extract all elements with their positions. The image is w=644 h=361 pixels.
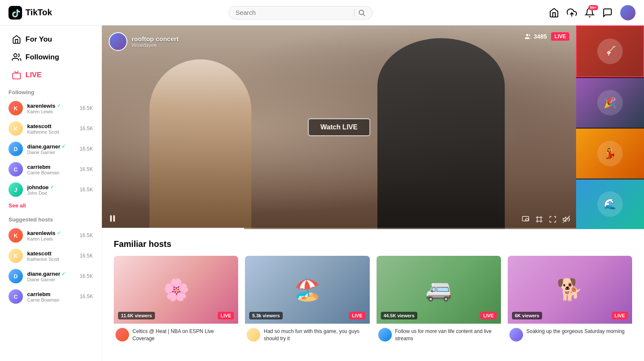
following-user-3[interactable]: C carriebm Carrie Bowman 16.5K [0, 159, 101, 179]
person-right-silhouette [377, 38, 505, 229]
familiar-hosts-section: Familiar hosts 🌸 11.6K viewers LIVE Celt… [102, 229, 644, 354]
suggested-avatar-3: C [8, 289, 23, 304]
thumbnail-0[interactable]: 🎸 [576, 25, 644, 77]
suggested-name-2: Diane Garner [27, 277, 65, 282]
home-icon [549, 8, 559, 18]
upload-icon-btn[interactable] [567, 8, 577, 18]
host-card-2[interactable]: 🚐 44.5K viewers LIVE Follow us for more … [377, 256, 501, 344]
viewers-icon [525, 33, 532, 40]
thumbnail-3[interactable]: 🌊 [576, 179, 644, 229]
sidebar-item-live[interactable]: LIVE [3, 66, 98, 84]
live-host-avatar [109, 32, 127, 51]
familiar-hosts-title: Familiar hosts [114, 239, 632, 249]
user-name-3: Carrie Bowman [27, 170, 59, 175]
user-handle-4: johndoe ✓ [27, 184, 54, 190]
header-icons: 99+ [549, 5, 636, 20]
suggested-name-3: Carrie Bowman [27, 297, 59, 302]
notifications-icon-btn[interactable]: 99+ [585, 8, 595, 18]
svg-rect-5 [13, 73, 20, 79]
verified-icon-2: ✓ [62, 144, 65, 149]
pip-button[interactable] [522, 215, 529, 223]
following-section-title: Following [0, 84, 101, 98]
suggested-count-1: 16.5K [80, 253, 93, 259]
sidebar-item-following[interactable]: Following [3, 48, 98, 66]
user-avatar-2: D [8, 142, 23, 156]
user-avatar-btn[interactable] [620, 5, 636, 20]
messages-icon-btn[interactable] [602, 8, 613, 18]
host-desc-3: Soaking up the gorgeous Saturday morning [526, 328, 625, 335]
suggested-section-title: Suggested hosts [0, 211, 101, 225]
host-viewers-1: 5.3k viewers [249, 312, 283, 319]
watch-live-button[interactable]: Watch LIVE [308, 118, 370, 136]
host-info-1: Had so much fun with this game, you guys… [245, 324, 369, 344]
host-card-0[interactable]: 🌸 11.6K viewers LIVE Celtics @ Heat | NB… [114, 256, 238, 344]
thumbnail-2[interactable]: 💃 [576, 129, 644, 179]
header: TikTok [0, 0, 644, 25]
thumbnail-1[interactable]: 🎉 [576, 78, 644, 128]
live-host-name: rooftop concert [132, 35, 179, 42]
host-viewers-0: 11.6K viewers [118, 312, 155, 319]
suggested-count-3: 16.5K [80, 294, 93, 299]
suggested-user-2[interactable]: D diane.garner ✓ Diane Garner 16.5K [0, 266, 101, 286]
search-divider [354, 9, 354, 17]
host-card-1[interactable]: 🏖️ 5.3k viewers LIVE Had so much fun wit… [245, 256, 369, 344]
following-user-0[interactable]: K karenlewis ✓ Karen Lewis 16.5K [0, 98, 101, 118]
host-thumb-3: 🐕 6K viewers LIVE [508, 256, 632, 324]
thumb-bg-1: 🎉 [576, 78, 644, 128]
suggested-count-0: 16.5K [80, 232, 93, 238]
following-user-4[interactable]: J johndoe ✓ John Doe 16.5K [0, 179, 101, 200]
upload-icon [567, 8, 577, 18]
suggested-avatar-1: K [8, 249, 23, 263]
search-input[interactable] [236, 9, 351, 16]
live-nav-icon [12, 70, 21, 80]
see-all-following[interactable]: See all [0, 200, 101, 211]
suggested-user-3[interactable]: C carriebm Carrie Bowman 16.5K [0, 286, 101, 307]
host-avatar-small-1 [247, 328, 260, 341]
svg-rect-7 [110, 215, 112, 222]
live-badge: LIVE [551, 32, 569, 41]
user-name-0: Karen Lewis [27, 109, 61, 114]
host-avatar-small-0 [115, 328, 129, 341]
user-info-0: karenlewis ✓ Karen Lewis [27, 103, 61, 114]
host-card-3[interactable]: 🐕 6K viewers LIVE Soaking up the gorgeou… [508, 256, 632, 344]
crop-icon [535, 215, 543, 223]
suggested-user-0[interactable]: K karenlewis ✓ Karen Lewis 16.5K [0, 225, 101, 246]
crop-button[interactable] [535, 215, 543, 223]
user-name-4: John Doe [27, 190, 54, 196]
sidebar-item-for-you[interactable]: For You [3, 31, 98, 48]
svg-point-6 [526, 34, 529, 36]
user-avatar-0: K [8, 101, 23, 115]
suggested-name-0: Karen Lewis [27, 236, 61, 241]
mute-button[interactable] [562, 215, 570, 223]
svg-point-4 [14, 54, 17, 57]
notification-badge: 99+ [588, 5, 598, 10]
suggested-avatar-0: K [8, 228, 23, 243]
hosts-grid: 🌸 11.6K viewers LIVE Celtics @ Heat | NB… [114, 256, 632, 344]
pause-button[interactable] [108, 214, 117, 223]
logo-text: TikTok [25, 8, 52, 17]
suggested-name-1: Katherine Scott [27, 257, 59, 262]
pause-icon [108, 214, 117, 223]
following-user-1[interactable]: K katescott Katherine Scott 16.5K [0, 118, 101, 139]
viewers-count: 3485 [525, 33, 547, 40]
search-button[interactable] [358, 9, 366, 17]
live-label: LIVE [25, 71, 42, 79]
user-count-3: 16.5K [80, 166, 93, 172]
svg-rect-10 [526, 219, 529, 221]
user-avatar-3: C [8, 162, 23, 176]
home-icon-btn[interactable] [549, 8, 559, 18]
user-count-4: 16.5K [80, 187, 93, 193]
suggested-count-2: 16.5K [80, 273, 93, 279]
user-count-0: 16.5K [80, 105, 93, 111]
host-live-3: LIVE [612, 312, 628, 319]
user-handle-0: karenlewis ✓ [27, 103, 61, 109]
viewers-number: 3485 [534, 33, 547, 40]
fullscreen-button[interactable] [549, 215, 557, 223]
host-viewers-2: 44.5K viewers [381, 312, 418, 319]
user-name-1: Katherine Scott [27, 129, 59, 134]
following-user-2[interactable]: D diane.garner ✓ Diane Garner 16.5K [0, 139, 101, 159]
suggested-user-1[interactable]: K katescott Katherine Scott 16.5K [0, 246, 101, 266]
search-bar [228, 6, 373, 20]
logo[interactable]: TikTok [8, 6, 52, 20]
progress-bar[interactable] [102, 228, 576, 229]
